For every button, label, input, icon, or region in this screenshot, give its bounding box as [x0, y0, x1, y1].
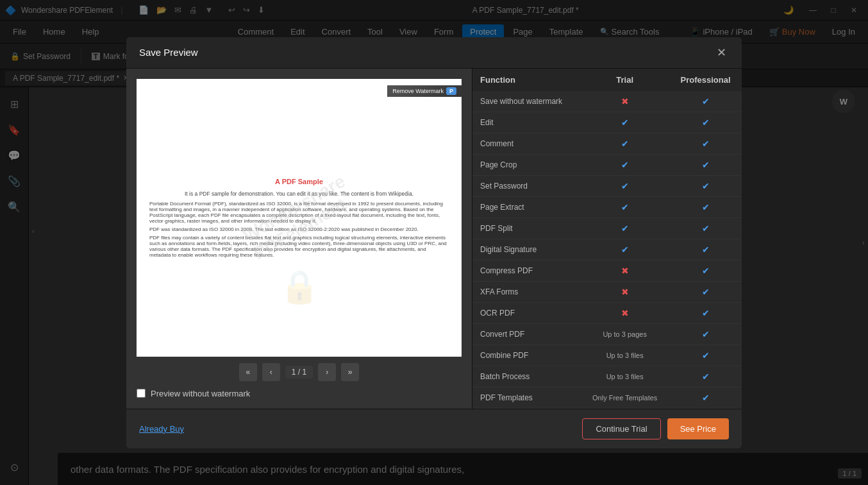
preview-without-watermark-label: Preview without watermark: [151, 389, 250, 398]
cell-trial: Up to 3 files: [580, 345, 669, 366]
cell-professional: ✔: [669, 323, 742, 345]
table-row: Comment✔✔: [472, 133, 742, 154]
table-row: Set Password✔✔: [472, 175, 742, 196]
check-icon: ✔: [702, 202, 710, 212]
prev-page-button[interactable]: ‹: [262, 363, 280, 381]
check-icon: ✔: [702, 96, 710, 106]
table-row: XFA Forms✖✔: [472, 281, 742, 302]
cell-professional: ✔: [669, 91, 742, 112]
check-icon: ✔: [621, 244, 629, 255]
cell-professional: ✔: [669, 302, 742, 323]
trial-text: Only Free Templates: [592, 394, 657, 402]
check-icon: ✔: [702, 266, 710, 276]
cell-trial: Up to 3 files: [580, 366, 669, 387]
cross-icon: ✖: [621, 266, 629, 276]
cross-icon: ✖: [621, 308, 629, 318]
table-row: PDF TemplatesOnly Free Templates✔: [472, 387, 742, 408]
pdf-document-content: A PDF Sample It is a PDF sample for demo…: [137, 165, 462, 271]
trial-text: Up to 3 files: [606, 373, 644, 380]
first-page-button[interactable]: «: [239, 363, 257, 381]
pdflement-logo-badge: P: [446, 87, 456, 95]
cell-function: Save without watermark: [472, 91, 580, 112]
cell-trial: ✔: [580, 239, 669, 260]
preview-section: Remove Watermark P A PDF Sample It is a …: [126, 69, 472, 409]
table-row: Digital Signature✔✔: [472, 239, 742, 260]
table-row: Page Extract✔✔: [472, 196, 742, 217]
cell-professional: ✔: [669, 366, 742, 387]
cell-trial: ✖: [580, 260, 669, 281]
cell-function: Batch Process: [472, 366, 580, 387]
cell-professional: ✔: [669, 239, 742, 260]
table-row: Compress PDF✖✔: [472, 260, 742, 281]
cell-trial: Up to 3 pages: [580, 323, 669, 345]
check-icon: ✔: [702, 393, 710, 403]
remove-watermark-text: Remove Watermark: [392, 88, 444, 94]
check-icon: ✔: [702, 329, 710, 339]
modal-close-button[interactable]: ✕: [714, 45, 729, 60]
cell-function: Page Extract: [472, 196, 580, 217]
table-row: Edit✔✔: [472, 112, 742, 133]
page-info: 1 / 1: [285, 366, 313, 379]
cell-trial: ✔: [580, 217, 669, 239]
cell-trial: ✖: [580, 91, 669, 112]
cell-professional: ✔: [669, 217, 742, 239]
check-icon: ✔: [702, 223, 710, 234]
check-icon: ✔: [621, 160, 629, 170]
cell-function: Convert PDF: [472, 323, 580, 345]
check-icon: ✔: [702, 308, 710, 318]
check-icon: ✔: [702, 244, 710, 255]
cell-function: Digital Signature: [472, 239, 580, 260]
modal-header: Save Preview ✕: [126, 37, 742, 69]
last-page-button[interactable]: »: [341, 363, 359, 381]
table-row: Batch ProcessUp to 3 files✔: [472, 366, 742, 387]
table-row: Page Crop✔✔: [472, 154, 742, 175]
cell-trial: ✔: [580, 154, 669, 175]
modal-overlay: Save Preview ✕ Remove Watermark P A PDF …: [0, 0, 868, 485]
cell-function: Page Crop: [472, 154, 580, 175]
cell-trial: ✔: [580, 133, 669, 154]
table-row: OCR PDF✖✔: [472, 302, 742, 323]
cell-function: OCR PDF: [472, 302, 580, 323]
features-table: Function Trial Professional Save without…: [472, 69, 742, 409]
pdf-preview: Remove Watermark P A PDF Sample It is a …: [137, 79, 462, 357]
cell-function: Compress PDF: [472, 260, 580, 281]
cell-function: Combine PDF: [472, 345, 580, 366]
check-icon: ✔: [621, 202, 629, 212]
already-buy-link[interactable]: Already Buy: [139, 424, 184, 434]
see-price-button[interactable]: See Price: [667, 418, 729, 439]
cell-professional: ✔: [669, 133, 742, 154]
cell-function: XFA Forms: [472, 281, 580, 302]
cell-professional: ✔: [669, 281, 742, 302]
trial-text: Up to 3 files: [606, 352, 644, 359]
check-icon: ✔: [702, 139, 710, 149]
check-icon: ✔: [621, 223, 629, 234]
table-row: Combine PDFUp to 3 files✔: [472, 345, 742, 366]
cell-function: Edit: [472, 112, 580, 133]
check-icon: ✔: [621, 139, 629, 149]
table-row: PDF Split✔✔: [472, 217, 742, 239]
preview-checkbox-container: Preview without watermark: [137, 389, 462, 398]
col-function: Function: [472, 69, 580, 91]
check-icon: ✔: [702, 287, 710, 297]
next-page-button[interactable]: ›: [318, 363, 336, 381]
check-icon: ✔: [702, 117, 710, 128]
cell-trial: ✔: [580, 175, 669, 196]
save-preview-modal: Save Preview ✕ Remove Watermark P A PDF …: [126, 37, 742, 448]
watermark-badge[interactable]: Remove Watermark P: [387, 85, 462, 97]
cell-function: PDF Split: [472, 217, 580, 239]
cross-icon: ✖: [621, 96, 629, 106]
preview-without-watermark-checkbox[interactable]: [137, 389, 146, 398]
lock-watermark-icon: 🔒: [280, 268, 319, 305]
cell-professional: ✔: [669, 387, 742, 408]
cell-trial: ✖: [580, 281, 669, 302]
cell-trial: ✔: [580, 112, 669, 133]
col-professional: Professional: [669, 69, 742, 91]
continue-trial-button[interactable]: Continue Trial: [582, 418, 660, 439]
features-section: Function Trial Professional Save without…: [472, 69, 742, 409]
cell-function: Set Password: [472, 175, 580, 196]
table-row: Convert PDFUp to 3 pages✔: [472, 323, 742, 345]
pagination-controls: « ‹ 1 / 1 › »: [137, 363, 462, 381]
cell-professional: ✔: [669, 112, 742, 133]
check-icon: ✔: [621, 181, 629, 191]
cell-trial: Only Free Templates: [580, 387, 669, 408]
